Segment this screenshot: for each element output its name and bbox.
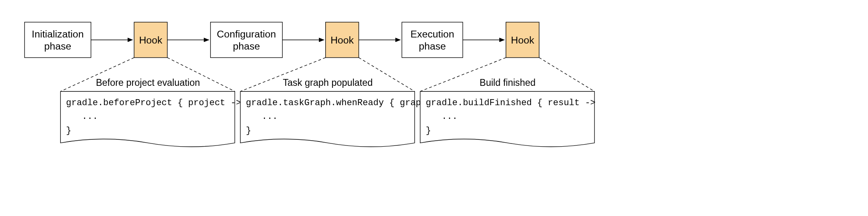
code-line: ... xyxy=(66,112,98,122)
detail-title-2: Task graph populated xyxy=(283,77,372,88)
phase-initialization-label-2: phase xyxy=(44,41,71,52)
hook-label-3: Hook xyxy=(511,35,534,46)
code-line: } xyxy=(426,126,431,136)
code-line: gradle.beforeProject { project -> xyxy=(66,98,241,108)
code-snippet-1: gradle.beforeProject { project -> ... } xyxy=(60,91,241,147)
hook-box-3: Hook xyxy=(506,22,539,58)
code-line: } xyxy=(246,126,251,136)
svg-rect-0 xyxy=(25,22,91,58)
phase-initialization-label-1: Initialization xyxy=(32,29,84,39)
hook-label-1: Hook xyxy=(139,35,162,46)
svg-rect-4 xyxy=(402,22,463,58)
dashed-connector xyxy=(539,58,594,91)
phase-configuration-label-2: phase xyxy=(233,41,260,52)
detail-title-3: Build finished xyxy=(479,77,535,88)
code-snippet-2: gradle.taskGraph.whenReady { graph -> ..… xyxy=(240,91,442,147)
code-line: gradle.buildFinished { result -> xyxy=(426,98,595,108)
hook-box-1: Hook xyxy=(134,22,167,58)
lifecycle-diagram: Initialization phase Hook Configuration … xyxy=(0,0,868,216)
hook-label-2: Hook xyxy=(331,35,354,46)
phase-initialization: Initialization phase xyxy=(25,22,91,58)
code-snippet-3: gradle.buildFinished { result -> ... } xyxy=(420,91,596,147)
svg-rect-2 xyxy=(211,22,283,58)
code-line: } xyxy=(66,126,71,136)
phase-execution-label-2: phase xyxy=(419,41,446,52)
code-line: ... xyxy=(246,112,278,122)
code-line: gradle.taskGraph.whenReady { graph -> xyxy=(246,98,442,108)
hook-box-2: Hook xyxy=(326,22,359,58)
phase-configuration-label-1: Configuration xyxy=(217,29,276,39)
phase-configuration: Configuration phase xyxy=(211,22,283,58)
phase-execution-label-1: Execution xyxy=(411,29,455,39)
code-line: ... xyxy=(426,112,457,122)
detail-title-1: Before project evaluation xyxy=(96,77,200,88)
phase-execution: Execution phase xyxy=(402,22,463,58)
